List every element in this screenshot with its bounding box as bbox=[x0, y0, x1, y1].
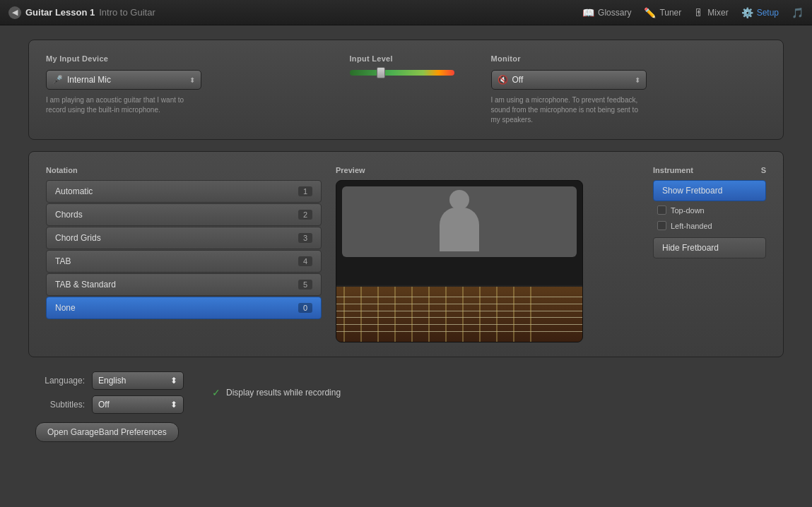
input-device-arrow: ⬍ bbox=[189, 76, 195, 84]
nav-item-music[interactable]: 🎵 bbox=[792, 7, 804, 18]
display-results-row: ✓ Display results while recording bbox=[212, 387, 341, 398]
notation-header: Notation bbox=[46, 166, 322, 174]
monitor-hint: I am using a microphone. To prevent feed… bbox=[491, 95, 647, 125]
fret-2 bbox=[360, 287, 362, 342]
lang-row-container: Language: English ⬍ Subtitles: Off ⬍ ✓ D… bbox=[35, 371, 777, 414]
input-level-col: Input Level bbox=[350, 54, 463, 83]
monitor-label: Monitor bbox=[491, 54, 767, 63]
preview-col: Preview bbox=[322, 166, 653, 342]
input-level-track[interactable] bbox=[350, 70, 454, 76]
fret-7 bbox=[445, 287, 447, 342]
fret-11 bbox=[513, 287, 514, 342]
instrument-col: Instrument S Show Fretboard Top-down Lef… bbox=[653, 166, 766, 342]
setup-icon: ⚙️ bbox=[741, 7, 753, 18]
subtitles-label: Subtitles: bbox=[35, 400, 85, 410]
nav-left: ◀ Guitar Lesson 1 Intro to Guitar bbox=[8, 6, 582, 19]
input-level-thumb[interactable] bbox=[377, 67, 385, 78]
speaker-icon: 🔇 bbox=[498, 75, 508, 85]
music-icon: 🎵 bbox=[792, 7, 804, 18]
language-arrow: ⬍ bbox=[170, 376, 177, 386]
notation-item-tab[interactable]: TAB 4 bbox=[46, 250, 322, 273]
monitor-value: Off bbox=[512, 75, 635, 85]
setup-label: Setup bbox=[757, 8, 779, 18]
notation-item-tab-standard[interactable]: TAB & Standard 5 bbox=[46, 273, 322, 296]
language-section: Language: English ⬍ Subtitles: Off ⬍ ✓ D… bbox=[28, 369, 784, 442]
input-device-card: My Input Device 🎤 Internal Mic ⬍ I am pl… bbox=[28, 40, 784, 140]
show-fretboard-button[interactable]: Show Fretboard bbox=[653, 180, 766, 201]
mixer-icon: 🎚 bbox=[694, 7, 704, 18]
notation-item-none[interactable]: None 0 bbox=[46, 297, 322, 319]
notation-item-automatic[interactable]: Automatic 1 bbox=[46, 180, 322, 203]
input-device-col: My Input Device 🎤 Internal Mic ⬍ I am pl… bbox=[46, 54, 322, 115]
main-content: My Input Device 🎤 Internal Mic ⬍ I am pl… bbox=[0, 25, 812, 456]
notation-item-chord-grids[interactable]: Chord Grids 3 bbox=[46, 227, 322, 249]
glossary-icon: 📖 bbox=[582, 7, 594, 18]
back-icon: ◀ bbox=[12, 8, 18, 17]
fret-5 bbox=[411, 287, 413, 342]
guitar-fretboard bbox=[336, 285, 582, 342]
mixer-label: Mixer bbox=[707, 8, 728, 18]
language-row: Language: English ⬍ bbox=[35, 371, 184, 390]
fret-12 bbox=[530, 287, 531, 342]
fret-6 bbox=[428, 287, 430, 342]
top-down-row: Top-down bbox=[653, 203, 766, 217]
top-nav: ◀ Guitar Lesson 1 Intro to Guitar 📖 Glos… bbox=[0, 0, 812, 25]
tuner-icon: ✏️ bbox=[644, 7, 656, 18]
monitor-select[interactable]: 🔇 Off ⬍ bbox=[491, 70, 647, 90]
notation-section: Notation Automatic 1 Chords 2 Chord Grid… bbox=[46, 166, 766, 342]
fret-1 bbox=[343, 287, 345, 342]
nav-item-tuner[interactable]: ✏️ Tuner bbox=[644, 7, 681, 18]
preview-box bbox=[336, 180, 583, 342]
fret-8 bbox=[462, 287, 464, 342]
glossary-label: Glossary bbox=[598, 8, 631, 18]
instrument-label: Instrument bbox=[653, 166, 693, 174]
display-results-label: Display results while recording bbox=[226, 388, 341, 398]
language-label: Language: bbox=[35, 376, 85, 386]
fret-10 bbox=[496, 287, 498, 342]
fret-3 bbox=[377, 287, 379, 342]
input-device-label: My Input Device bbox=[46, 54, 322, 63]
monitor-col: Monitor 🔇 Off ⬍ I am using a microphone.… bbox=[491, 54, 767, 125]
monitor-arrow: ⬍ bbox=[635, 76, 640, 84]
instrument-shortcut: S bbox=[761, 166, 766, 174]
input-section: My Input Device 🎤 Internal Mic ⬍ I am pl… bbox=[46, 54, 766, 125]
back-button[interactable]: ◀ bbox=[8, 6, 21, 19]
tuner-label: Tuner bbox=[659, 8, 681, 18]
microphone-icon: 🎤 bbox=[52, 75, 63, 85]
fret-lines bbox=[336, 287, 582, 342]
left-handed-row: Left-handed bbox=[653, 218, 766, 233]
language-value: English bbox=[98, 376, 126, 386]
notation-list: Notation Automatic 1 Chords 2 Chord Grid… bbox=[46, 166, 322, 342]
fret-4 bbox=[394, 287, 396, 342]
subtitles-arrow: ⬍ bbox=[170, 400, 177, 410]
open-garageband-prefs-button[interactable]: Open GarageBand Preferences bbox=[35, 422, 179, 442]
nav-title: Guitar Lesson 1 bbox=[25, 7, 95, 18]
input-level-label: Input Level bbox=[350, 54, 463, 63]
display-results-checkmark: ✓ bbox=[212, 387, 220, 398]
subtitles-value: Off bbox=[98, 400, 110, 410]
input-device-value: Internal Mic bbox=[67, 75, 189, 85]
subtitles-select[interactable]: Off ⬍ bbox=[92, 395, 184, 414]
nav-right: 📖 Glossary ✏️ Tuner 🎚 Mixer ⚙️ Setup 🎵 bbox=[582, 7, 804, 18]
left-handed-label: Left-handed bbox=[671, 222, 712, 230]
notation-item-chords[interactable]: Chords 2 bbox=[46, 203, 322, 226]
top-down-checkbox[interactable] bbox=[657, 205, 666, 215]
nav-subtitle: Intro to Guitar bbox=[99, 7, 155, 18]
top-down-label: Top-down bbox=[671, 206, 705, 215]
notation-card: Notation Automatic 1 Chords 2 Chord Grid… bbox=[28, 151, 784, 357]
nav-item-mixer[interactable]: 🎚 Mixer bbox=[694, 7, 728, 18]
input-device-select[interactable]: 🎤 Internal Mic ⬍ bbox=[46, 70, 201, 90]
left-handed-checkbox[interactable] bbox=[657, 221, 666, 230]
language-select[interactable]: English ⬍ bbox=[92, 371, 184, 390]
preview-person-area bbox=[342, 186, 577, 257]
nav-item-setup[interactable]: ⚙️ Setup bbox=[741, 7, 779, 18]
instrument-header: Instrument S bbox=[653, 166, 766, 174]
hide-fretboard-button[interactable]: Hide Fretboard bbox=[653, 237, 766, 258]
input-device-hint: I am playing an acoustic guitar that I w… bbox=[46, 95, 201, 115]
preview-header: Preview bbox=[336, 166, 639, 174]
fret-9 bbox=[479, 287, 481, 342]
subtitles-row: Subtitles: Off ⬍ bbox=[35, 395, 184, 414]
nav-item-glossary[interactable]: 📖 Glossary bbox=[582, 7, 631, 18]
